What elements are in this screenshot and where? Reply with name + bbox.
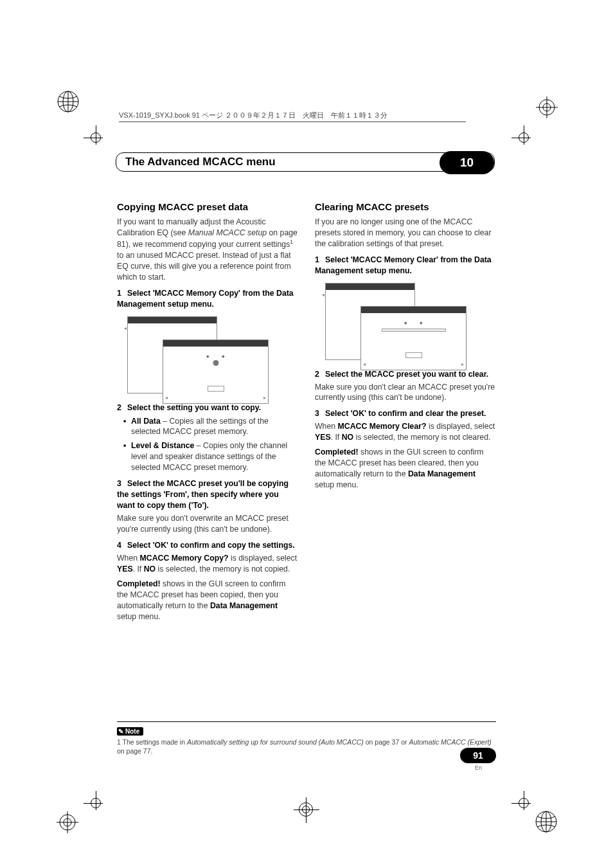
step-3-clear-text: When MCACC Memory Clear? is displayed, s… <box>315 421 496 443</box>
crop-mark-br <box>511 791 537 817</box>
crop-mark-bl <box>84 791 109 817</box>
step-4-text: When MCACC Memory Copy? is displayed, se… <box>117 553 298 575</box>
step-2-clear: 2Select the MCACC preset you want to cle… <box>315 369 496 380</box>
step-3-copy: 3Select the MCACC preset you'll be copyi… <box>117 478 298 511</box>
step-1-clear: 1Select 'MCACC Memory Clear' from the Da… <box>315 255 496 276</box>
chapter-number: 10 <box>440 151 494 174</box>
pencil-icon: ✎ <box>118 728 123 735</box>
section-heading-clear: Clearing MCACC presets <box>315 201 496 214</box>
footnote: ✎ Note 1 The settings made in Automatica… <box>117 710 496 755</box>
chapter-title: The Advanced MCACC menu <box>116 156 494 168</box>
crosshair-bottom-center <box>294 797 319 823</box>
intro-paragraph: If you want to manually adjust the Acous… <box>117 217 298 283</box>
list-item: All Data – Copies all the settings of th… <box>123 416 298 438</box>
crop-mark-tr <box>511 125 537 151</box>
note-badge: ✎ Note <box>117 727 143 736</box>
gui-figure-clear: ◂ ◆ ◆ ◂ ▸ <box>325 283 473 360</box>
crop-globe-tl <box>57 90 80 113</box>
step-2-clear-note: Make sure you don't clear an MCACC prese… <box>315 382 496 404</box>
chapter-header: The Advanced MCACC menu 10 <box>116 152 495 172</box>
gui-figure-copy: ◂ ◆ ◆ ◂ ▸ <box>127 316 275 393</box>
step-2-copy: 2Select the setting you want to copy. <box>117 402 298 413</box>
completed-text-clear: Completed! shows in the GUI screen to co… <box>315 447 496 491</box>
running-header: VSX-1019_SYXJ.book 91 ページ ２００９年２月１７日 火曜日… <box>119 111 466 122</box>
section-heading-copy: Copying MCACC preset data <box>117 201 298 214</box>
crop-mark-tl <box>84 125 109 151</box>
list-item: Level & Distance – Copies only the chann… <box>123 440 298 473</box>
step-3-clear: 3Select 'OK' to confirm and clear the pr… <box>315 408 496 419</box>
right-column: Clearing MCACC presets If you are no lon… <box>315 201 496 626</box>
left-column: Copying MCACC preset data If you want to… <box>117 201 298 626</box>
crosshair-tr <box>536 96 558 118</box>
crop-globe-br <box>535 810 558 833</box>
step-1-copy: 1Select 'MCACC Memory Copy' from the Dat… <box>117 288 298 310</box>
page-number: 91 <box>460 748 496 763</box>
completed-text-copy: Completed! shows in the GUI screen to co… <box>117 579 298 622</box>
page-columns: Copying MCACC preset data If you want to… <box>117 201 496 626</box>
copy-options-list: All Data – Copies all the settings of th… <box>123 416 298 474</box>
crosshair-bl <box>57 811 78 833</box>
footnote-text: 1 The settings made in Automatically set… <box>117 737 496 755</box>
clear-intro: If you are no longer using one of the MC… <box>315 217 496 249</box>
page-language: En <box>475 764 482 771</box>
step-4-copy: 4Select 'OK' to confirm and copy the set… <box>117 540 298 551</box>
step-3-note: Make sure you don't overwrite an MCACC p… <box>117 513 298 535</box>
